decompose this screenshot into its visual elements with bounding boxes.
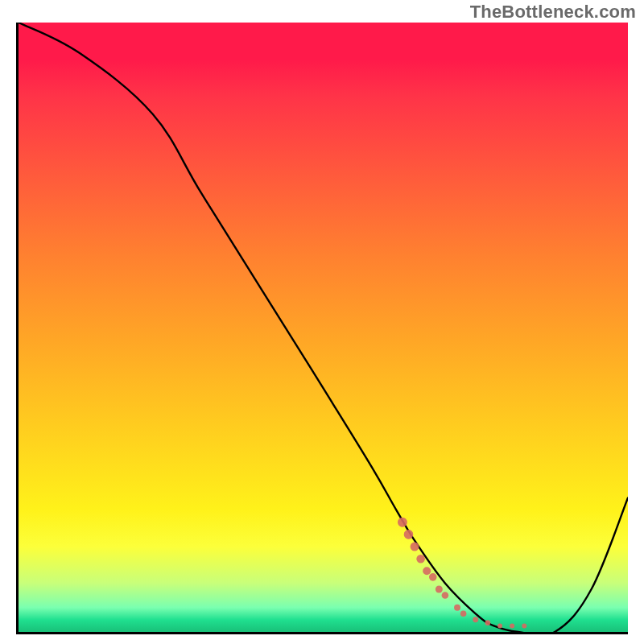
plot-area [16, 23, 628, 634]
marker-dot [460, 611, 467, 617]
marker-dot [436, 586, 443, 593]
marker-dot [411, 543, 419, 551]
marker-dot [522, 623, 526, 628]
marker-dot [429, 573, 437, 581]
marker-dot [497, 623, 502, 628]
marker-dot [473, 617, 478, 622]
marker-dot [416, 555, 425, 564]
marker-dot [404, 530, 414, 539]
marker-dot [454, 605, 460, 611]
marker-dot [398, 518, 407, 527]
chart-overlay [19, 23, 628, 632]
watermark-text: TheBottleneck.com [470, 2, 636, 23]
marker-dot [442, 592, 449, 599]
marker-dot [485, 620, 491, 625]
chart-container: TheBottleneck.com [0, 0, 644, 644]
marker-dot [510, 623, 514, 628]
marker-dots-group [398, 518, 526, 629]
marker-dot [423, 567, 431, 575]
bottleneck-curve-line [19, 23, 628, 632]
